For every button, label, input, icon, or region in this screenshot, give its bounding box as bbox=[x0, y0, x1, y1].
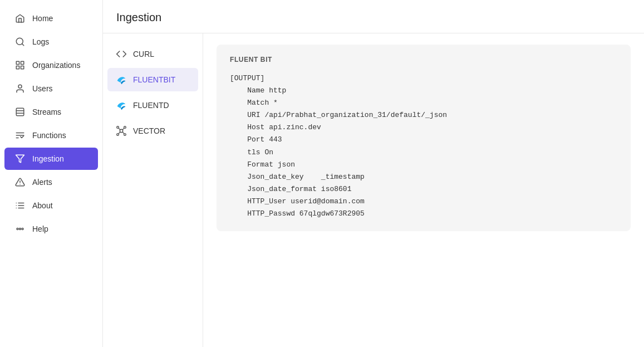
sidebar-item-alerts[interactable]: Alerts bbox=[4, 171, 98, 193]
home-icon bbox=[14, 13, 26, 24]
tab-curl[interactable]: CURL bbox=[107, 42, 198, 66]
curl-icon bbox=[115, 48, 127, 60]
sidebar-item-streams[interactable]: Streams bbox=[4, 101, 98, 123]
fluentd-icon bbox=[115, 99, 127, 111]
sidebar-item-alerts-label: Alerts bbox=[32, 178, 52, 187]
svg-point-6 bbox=[18, 85, 22, 88]
sidebar-item-ingestion-label: Ingestion bbox=[32, 154, 64, 163]
code-box-title: FLUENT BIT bbox=[230, 56, 617, 63]
sidebar-item-users[interactable]: Users bbox=[4, 77, 98, 100]
svg-line-33 bbox=[122, 132, 124, 134]
sidebar-item-functions[interactable]: Functions bbox=[4, 124, 98, 146]
content-area: CURL FLUENTBIT bbox=[103, 33, 644, 347]
streams-icon bbox=[14, 106, 26, 118]
sidebar-item-streams-label: Streams bbox=[32, 107, 61, 116]
tab-curl-label: CURL bbox=[133, 50, 154, 58]
sidebar: Home Logs Organizations Users Streams Fu… bbox=[0, 0, 103, 347]
svg-point-24 bbox=[22, 228, 23, 230]
sidebar-item-home-label: Home bbox=[32, 14, 53, 23]
sidebar-item-about-label: About bbox=[32, 201, 53, 210]
sidebar-item-about[interactable]: About bbox=[4, 194, 98, 217]
fluentbit-icon bbox=[115, 74, 127, 86]
sidebar-item-help[interactable]: Help bbox=[4, 218, 98, 240]
svg-point-22 bbox=[19, 228, 21, 230]
about-icon bbox=[14, 200, 26, 211]
page-title: Ingestion bbox=[116, 11, 631, 24]
svg-point-26 bbox=[117, 126, 119, 129]
main-content: Ingestion CURL FLUENTBIT bbox=[103, 0, 644, 347]
svg-point-23 bbox=[17, 228, 18, 230]
sidebar-item-ingestion[interactable]: Ingestion bbox=[4, 148, 98, 170]
ingestion-icon bbox=[14, 153, 26, 164]
sidebar-item-functions-label: Functions bbox=[32, 131, 66, 140]
svg-point-28 bbox=[117, 134, 119, 136]
vector-icon bbox=[115, 125, 127, 137]
tab-fluentbit[interactable]: FLUENTBIT bbox=[107, 68, 198, 91]
svg-marker-13 bbox=[16, 155, 24, 163]
sidebar-item-help-label: Help bbox=[32, 224, 48, 233]
page-header: Ingestion bbox=[103, 0, 644, 33]
sidebar-item-logs[interactable]: Logs bbox=[4, 31, 98, 53]
svg-rect-3 bbox=[21, 61, 24, 64]
sidebar-item-logs-label: Logs bbox=[32, 37, 49, 46]
organizations-icon bbox=[14, 60, 26, 71]
logs-icon bbox=[14, 36, 26, 47]
alerts-icon bbox=[14, 177, 26, 188]
svg-rect-5 bbox=[21, 66, 24, 69]
code-box: FLUENT BIT [OUTPUT] Name http Match * UR… bbox=[217, 45, 631, 231]
svg-rect-7 bbox=[16, 108, 24, 116]
sidebar-item-organizations-label: Organizations bbox=[32, 61, 80, 70]
svg-line-1 bbox=[22, 43, 23, 45]
users-icon bbox=[14, 83, 26, 94]
sidebar-item-users-label: Users bbox=[32, 84, 53, 93]
tab-vector[interactable]: VECTOR bbox=[107, 119, 198, 143]
svg-line-31 bbox=[122, 128, 124, 130]
svg-rect-4 bbox=[16, 66, 19, 69]
svg-line-30 bbox=[119, 128, 120, 130]
svg-point-27 bbox=[124, 126, 126, 129]
sidebar-item-home[interactable]: Home bbox=[4, 7, 98, 30]
svg-line-32 bbox=[119, 132, 120, 134]
tab-fluentd-label: FLUENTD bbox=[133, 101, 169, 110]
svg-rect-2 bbox=[16, 61, 19, 64]
tab-vector-label: VECTOR bbox=[133, 126, 165, 135]
help-icon bbox=[14, 223, 26, 234]
svg-point-29 bbox=[124, 134, 126, 136]
tab-panel: CURL FLUENTBIT bbox=[103, 33, 203, 347]
code-panel: FLUENT BIT [OUTPUT] Name http Match * UR… bbox=[203, 33, 644, 347]
sidebar-item-organizations[interactable]: Organizations bbox=[4, 54, 98, 76]
tab-fluentbit-label: FLUENTBIT bbox=[133, 75, 175, 84]
functions-icon bbox=[14, 130, 26, 141]
code-content: [OUTPUT] Name http Match * URI /api/Prab… bbox=[230, 72, 617, 220]
tab-fluentd[interactable]: FLUENTD bbox=[107, 94, 198, 117]
